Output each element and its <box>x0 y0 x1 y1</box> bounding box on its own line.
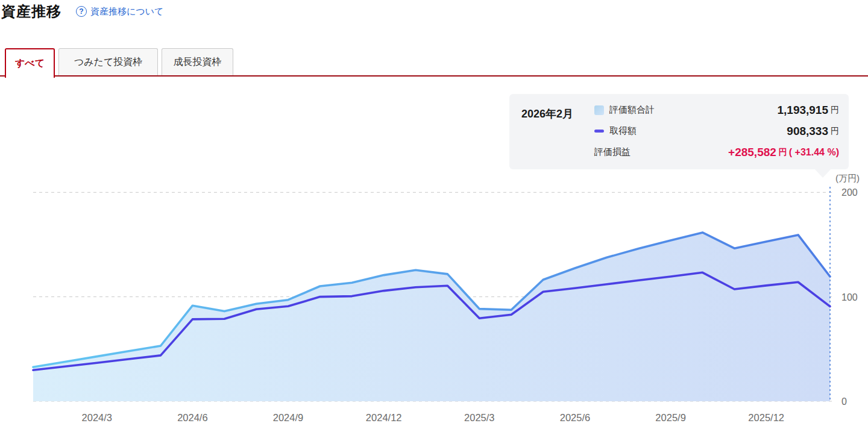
help-link-label: 資産推移について <box>90 6 163 17</box>
tab-bar: すべて つみたて投資枠 成長投資枠 <box>0 48 868 78</box>
help-link[interactable]: ? 資産推移について <box>76 6 163 17</box>
x-tick-2025/6: 2025/6 <box>560 412 590 423</box>
valuation-unit: 円 <box>831 105 839 116</box>
x-tick-2024/9: 2024/9 <box>273 412 303 423</box>
tooltip-date: 2026年2月 <box>521 107 573 121</box>
x-tick-2024/3: 2024/3 <box>82 412 112 423</box>
tab-tsumitate[interactable]: つみたて投資枠 <box>58 48 158 75</box>
valuation-value: 1,193,915 <box>777 104 828 117</box>
x-tick-2025/3: 2025/3 <box>464 412 494 423</box>
y-tick-0: 0 <box>841 396 847 407</box>
x-tick-2024/6: 2024/6 <box>177 412 207 423</box>
tooltip-row-acquisition: 取得額 908,333 円 <box>594 120 839 142</box>
acquisition-value: 908,333 <box>787 125 828 138</box>
x-tick-2025/12: 2025/12 <box>748 412 784 423</box>
acquisition-label: 取得額 <box>609 125 637 137</box>
y-tick-100: 100 <box>841 292 858 302</box>
valuation-area-swatch <box>594 105 604 115</box>
y-tick-200: 200 <box>841 187 858 198</box>
profit-percentage: ( +31.44 %) <box>789 147 839 158</box>
profit-unit: 円 <box>779 147 787 158</box>
x-tick-2024/12: 2024/12 <box>366 412 402 423</box>
tab-growth[interactable]: 成長投資枠 <box>162 48 233 75</box>
tab-underline <box>0 75 868 77</box>
valuation-label: 評価額合計 <box>609 104 655 116</box>
tooltip-pointer-icon <box>814 168 832 178</box>
acquisition-line-swatch <box>594 130 604 133</box>
profit-value: +285,582 <box>728 146 776 159</box>
chart-tooltip: 2026年2月 評価額合計 1,193,915 円 取得額 908,333 円 … <box>509 94 849 169</box>
x-tick-2025/9: 2025/9 <box>655 412 685 423</box>
valuation-area <box>33 233 830 401</box>
tooltip-rows: 評価額合計 1,193,915 円 取得額 908,333 円 評価損益 +28… <box>594 99 839 163</box>
tooltip-row-profit: 評価損益 +285,582 円 ( +31.44 %) <box>594 142 839 163</box>
tab-all[interactable]: すべて <box>5 48 55 78</box>
y-axis-unit: (万円) <box>835 173 860 183</box>
page-header: 資産推移 ? 資産推移について <box>1 1 163 22</box>
question-circle-icon: ? <box>76 6 87 17</box>
tooltip-row-valuation: 評価額合計 1,193,915 円 <box>594 99 839 120</box>
profit-label: 評価損益 <box>594 146 631 158</box>
acquisition-unit: 円 <box>831 126 839 137</box>
page-title: 資産推移 <box>1 2 61 21</box>
asset-transition-page: 0100200(万円)2024/32024/62024/92024/122025… <box>0 0 868 435</box>
